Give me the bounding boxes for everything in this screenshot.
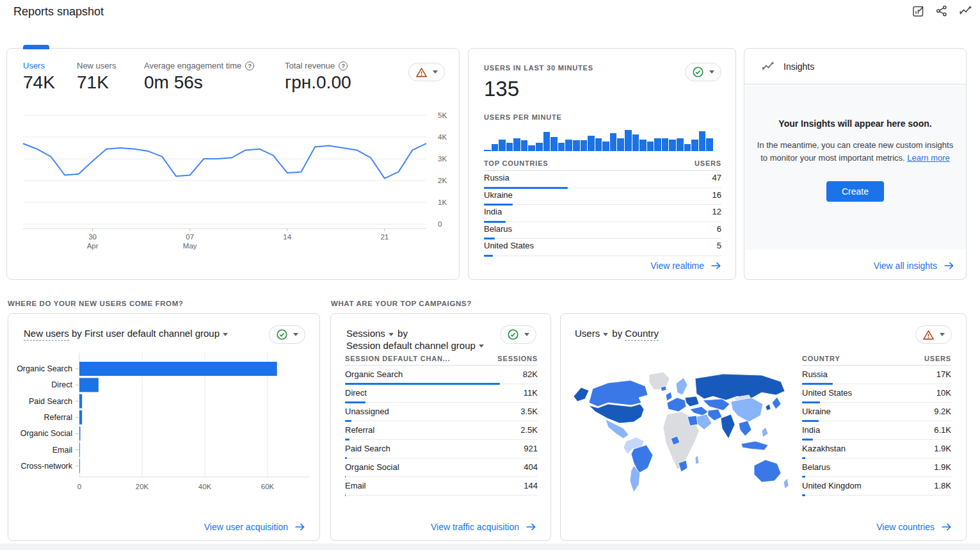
metric-selector[interactable]: Users <box>575 328 600 339</box>
category-label: Paid Search <box>29 397 72 406</box>
session-channel-value: 144 <box>524 481 538 490</box>
insights-empty-state: Your Insights will appear here soon. In … <box>745 85 965 250</box>
session-channel-name: Unassigned <box>345 407 389 416</box>
x-tick-label: 14 <box>283 233 291 241</box>
session-channel-name: Paid Search <box>345 444 390 453</box>
dimension-selector[interactable]: Country <box>625 328 659 341</box>
realtime-country-name: Belarus <box>484 224 512 234</box>
country-row: India6.1K <box>802 421 951 440</box>
realtime-country-value: 6 <box>717 224 721 234</box>
title-by: by <box>612 328 622 339</box>
users-per-minute-label: USERS PER MINUTE <box>484 113 562 121</box>
data-quality-menu[interactable] <box>685 63 721 81</box>
data-quality-menu[interactable] <box>500 325 536 344</box>
minute-bar <box>521 140 528 151</box>
users-column-header: USERS <box>924 355 951 362</box>
selected-metric-tab-indicator <box>23 45 49 49</box>
chevron-down-icon <box>293 333 298 336</box>
realtime-title: USERS IN LAST 30 MINUTES <box>484 64 593 72</box>
insights-icon <box>761 60 775 73</box>
minute-bar <box>506 143 513 151</box>
realtime-country-bar <box>484 255 493 257</box>
realtime-country-name: India <box>484 207 502 216</box>
x-tick-label: 40K <box>198 483 212 490</box>
category-label: Cross-network <box>20 462 72 471</box>
session-channel-value: 921 <box>524 444 538 453</box>
metric-value: 74K <box>23 72 55 93</box>
metric-tab-users[interactable]: Users 74K <box>23 61 55 93</box>
x-tick-label: May <box>183 242 197 250</box>
header-actions <box>911 4 972 18</box>
dimension-selector[interactable]: Session default channel group <box>346 340 476 351</box>
minute-bar <box>684 144 691 151</box>
channel-bar <box>79 362 277 376</box>
category-label: Direct <box>51 380 72 389</box>
session-channel-name: Organic Social <box>345 462 399 472</box>
arrow-right-icon <box>944 261 954 270</box>
realtime-top-countries-list: Russia47Ukraine16India12Belarus6United S… <box>484 171 721 256</box>
title-by: by <box>398 328 408 339</box>
section-title-new-users: WHERE DO YOUR NEW USERS COME FROM? <box>8 300 183 307</box>
countries-table: Russia17KUnited States10KUkraine9.2KIndi… <box>802 366 951 496</box>
minute-bar <box>581 140 588 151</box>
view-countries-link[interactable]: View countries <box>876 522 952 532</box>
session-channel-name: Organic Search <box>345 369 403 379</box>
dimension-title[interactable]: by First user default channel group <box>72 328 220 339</box>
view-traffic-acquisition-link[interactable]: View traffic acquisition <box>431 522 536 532</box>
page-scroll-edge <box>0 544 980 550</box>
category-label: Referral <box>44 413 72 422</box>
create-insight-button[interactable]: Create <box>826 181 884 202</box>
category-label: Email <box>52 446 72 455</box>
realtime-card: USERS IN LAST 30 MINUTES 135 USERS PER M… <box>468 48 736 280</box>
customize-report-icon[interactable] <box>911 4 925 18</box>
realtime-country-row: United States5 <box>484 239 721 256</box>
channel-bar <box>79 378 99 392</box>
y-tick-label: 5K <box>438 111 447 119</box>
check-circle-icon <box>276 328 288 341</box>
learn-more-link[interactable]: Learn more <box>907 153 949 163</box>
realtime-country-value: 47 <box>712 173 721 182</box>
minute-bar <box>558 143 565 151</box>
country-name: Belarus <box>802 462 830 472</box>
view-all-insights-link[interactable]: View all insights <box>874 261 954 271</box>
x-tick-label: Apr <box>87 242 99 250</box>
country-name: United Kingdom <box>802 481 862 490</box>
minute-bar <box>528 145 535 151</box>
section-title-campaigns: WHAT ARE YOUR TOP CAMPAIGNS? <box>331 300 472 307</box>
minute-bar <box>573 140 580 151</box>
arrow-right-icon <box>526 522 536 531</box>
country-name: United States <box>802 388 852 398</box>
y-tick-label: 1K <box>438 198 447 206</box>
minute-bar <box>543 132 550 151</box>
data-quality-menu[interactable] <box>269 325 305 344</box>
minute-bar <box>550 137 558 151</box>
minute-bar <box>492 144 499 151</box>
data-quality-menu[interactable] <box>408 63 445 81</box>
insights-icon[interactable] <box>958 4 972 18</box>
y-tick-label: 2K <box>438 177 447 184</box>
country-value: 10K <box>936 388 951 398</box>
country-value: 1.9K <box>934 462 951 472</box>
data-quality-menu[interactable] <box>915 325 952 344</box>
minute-bar <box>632 134 639 151</box>
help-icon[interactable]: ? <box>339 61 348 70</box>
help-icon[interactable]: ? <box>245 61 254 70</box>
metric-tab-avg-engagement-time[interactable]: Average engagement time? 0m 56s <box>144 61 254 93</box>
metric-tab-total-revenue[interactable]: Total revenue? грн.0.00 <box>285 61 351 93</box>
country-value: 17K <box>936 369 951 379</box>
minute-bar <box>595 138 602 151</box>
chevron-down-icon <box>389 333 394 336</box>
metric-value: 0m 56s <box>144 72 254 93</box>
realtime-country-row: Ukraine16 <box>484 188 721 206</box>
realtime-country-row: India12 <box>484 205 721 222</box>
metric-selector[interactable]: New users <box>24 328 69 341</box>
view-realtime-link[interactable]: View realtime <box>650 261 721 271</box>
metric-selector[interactable]: Sessions <box>346 328 385 339</box>
share-icon[interactable] <box>935 4 949 18</box>
metric-tab-new-users[interactable]: New users 71K <box>77 61 116 93</box>
session-channel-name: Direct <box>345 388 367 398</box>
session-channel-bar <box>345 494 346 496</box>
warning-icon <box>415 67 428 78</box>
view-user-acquisition-link[interactable]: View user acquisition <box>204 522 305 532</box>
minute-bar <box>602 142 609 151</box>
